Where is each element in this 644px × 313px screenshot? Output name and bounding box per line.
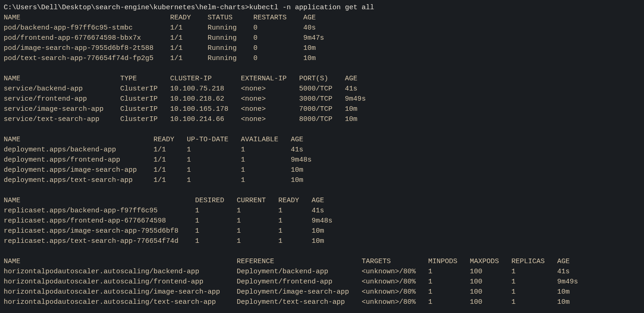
replicaset-row: replicaset.apps/image-search-app-7955d6b… bbox=[4, 227, 324, 235]
deployment-row: deployment.apps/image-search-app 1/1 1 1… bbox=[4, 166, 303, 174]
table-header: NAME DESIRED CURRENT READY AGE bbox=[4, 197, 324, 205]
terminal-window[interactable]: C:\Users\Dell\Desktop\search-engine\kube… bbox=[0, 0, 644, 310]
prompt-path: C:\Users\Dell\Desktop\search-engine\kube… bbox=[4, 4, 249, 12]
hpa-row: horizontalpodautoscaler.autoscaling/back… bbox=[4, 268, 570, 276]
replicasets-section: NAME DESIRED CURRENT READY AGE replicase… bbox=[4, 197, 332, 245]
replicaset-row: replicaset.apps/backend-app-f97ff6c95 1 … bbox=[4, 207, 324, 215]
pod-row: pod/frontend-app-6776674598-bbx7x 1/1 Ru… bbox=[4, 34, 324, 42]
table-header: NAME READY UP-TO-DATE AVAILABLE AGE bbox=[4, 136, 303, 144]
hpas-section: NAME REFERENCE TARGETS MINPODS MAXPODS R… bbox=[4, 258, 578, 306]
services-section: NAME TYPE CLUSTER-IP EXTERNAL-IP PORT(S)… bbox=[4, 75, 366, 123]
pod-row: pod/backend-app-f97ff6c95-stmbc 1/1 Runn… bbox=[4, 24, 316, 32]
table-header: NAME READY STATUS RESTARTS AGE bbox=[4, 14, 316, 22]
deployment-row: deployment.apps/backend-app 1/1 1 1 41s bbox=[4, 146, 303, 154]
deployments-section: NAME READY UP-TO-DATE AVAILABLE AGE depl… bbox=[4, 136, 312, 184]
deployment-row: deployment.apps/text-search-app 1/1 1 1 … bbox=[4, 176, 303, 184]
replicaset-row: replicaset.apps/frontend-app-6776674598 … bbox=[4, 217, 332, 225]
replicaset-row: replicaset.apps/text-search-app-776654f7… bbox=[4, 237, 324, 245]
service-row: service/backend-app ClusterIP 10.100.75.… bbox=[4, 85, 357, 93]
command-text: kubectl -n application get all bbox=[249, 4, 374, 12]
table-header: NAME REFERENCE TARGETS MINPODS MAXPODS R… bbox=[4, 258, 570, 265]
hpa-row: horizontalpodautoscaler.autoscaling/imag… bbox=[4, 288, 570, 296]
service-row: service/image-search-app ClusterIP 10.10… bbox=[4, 105, 357, 113]
pod-row: pod/image-search-app-7955d6bf8-2t588 1/1… bbox=[4, 44, 316, 52]
pod-row: pod/text-search-app-776654f74d-fp2g5 1/1… bbox=[4, 54, 316, 62]
hpa-row: horizontalpodautoscaler.autoscaling/fron… bbox=[4, 278, 578, 286]
service-row: service/text-search-app ClusterIP 10.100… bbox=[4, 115, 357, 123]
pods-section: NAME READY STATUS RESTARTS AGE pod/backe… bbox=[4, 14, 324, 62]
deployment-row: deployment.apps/frontend-app 1/1 1 1 9m4… bbox=[4, 156, 312, 164]
table-header: NAME TYPE CLUSTER-IP EXTERNAL-IP PORT(S)… bbox=[4, 75, 357, 83]
hpa-row: horizontalpodautoscaler.autoscaling/text… bbox=[4, 298, 570, 306]
service-row: service/frontend-app ClusterIP 10.100.21… bbox=[4, 95, 366, 103]
